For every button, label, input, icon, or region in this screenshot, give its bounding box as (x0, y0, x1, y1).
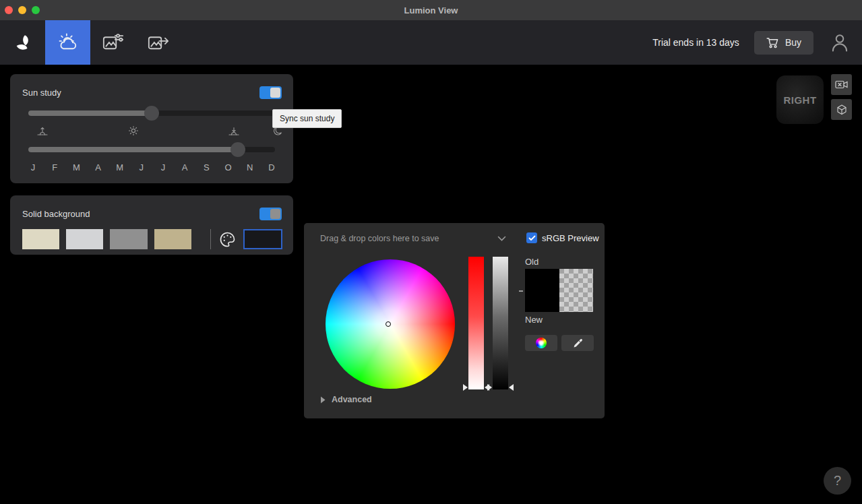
month-label: F (50, 162, 59, 172)
zoom-button[interactable] (32, 6, 40, 14)
view-cube-face-label: RIGHT (783, 94, 816, 106)
color-wheel-mode-button[interactable] (525, 335, 557, 351)
close-button[interactable] (5, 6, 13, 14)
tab-image-export[interactable] (135, 20, 181, 65)
month-label: D (267, 162, 276, 172)
value-bar[interactable] (493, 257, 508, 389)
sunset-icon (228, 125, 240, 137)
trial-text: Trial ends in 13 days (652, 37, 739, 48)
month-labels: J F M A M J J A S O N D (28, 162, 276, 172)
saturation-marker-left[interactable] (463, 384, 468, 391)
old-new-divider-mark (519, 290, 523, 292)
solid-background-title: Solid background (22, 209, 90, 219)
lumion-logo-button[interactable] (0, 20, 45, 65)
swatch-divider (210, 229, 211, 249)
saved-colors-label: Drag & drop colors here to save (320, 234, 439, 243)
advanced-label: Advanced (332, 395, 372, 404)
old-color-swatch (525, 269, 559, 312)
help-button[interactable]: ? (824, 467, 851, 495)
preset-swatch-2[interactable] (66, 229, 103, 249)
viewport-canvas: Sun study (0, 65, 862, 504)
color-picker-panel: Drag & drop colors here to save sRGB Pre… (304, 223, 605, 418)
color-wheel[interactable] (326, 259, 455, 389)
toolbar-right: Trial ends in 13 days Buy (652, 20, 862, 65)
old-label: Old (525, 257, 538, 267)
solid-background-toggle[interactable] (259, 208, 282, 220)
month-label: M (71, 162, 81, 172)
buy-label: Buy (785, 37, 801, 48)
srgb-preview-label: sRGB Preview (542, 233, 599, 243)
user-icon (830, 32, 849, 53)
cube-icon (836, 104, 848, 116)
palette-icon (219, 231, 236, 248)
month-slider[interactable] (28, 142, 275, 157)
value-marker-left[interactable] (487, 384, 492, 391)
window-title: Lumion View (404, 5, 458, 15)
sun-icon (128, 125, 139, 136)
eyedropper-icon (572, 338, 584, 349)
preset-swatch-1[interactable] (22, 229, 59, 249)
titlebar: Lumion View (0, 0, 862, 20)
time-of-day-slider[interactable] (28, 106, 275, 121)
month-label: A (94, 162, 103, 172)
color-wheel-cursor (386, 321, 391, 327)
old-new-swatch (525, 269, 593, 312)
time-slider-fill (28, 111, 152, 116)
color-wheel-icon (536, 338, 547, 348)
sun-cloud-icon (57, 32, 80, 53)
month-slider-knob[interactable] (230, 142, 245, 157)
sun-study-panel: Sun study (10, 74, 293, 183)
cart-icon (766, 37, 779, 49)
sun-study-title: Sun study (22, 88, 61, 98)
solid-background-toggle-knob (270, 209, 280, 219)
month-label: J (28, 162, 38, 172)
sun-study-toggle[interactable] (259, 86, 282, 99)
month-slider-fill (28, 147, 238, 152)
chevron-down-icon[interactable] (497, 236, 506, 241)
main-toolbar: Trial ends in 13 days Buy (0, 20, 862, 65)
month-label: S (202, 162, 211, 172)
month-label: M (115, 162, 125, 172)
month-label: O (224, 162, 233, 172)
month-label: J (137, 162, 146, 172)
sync-sun-study-tooltip: Sync sun study (272, 109, 342, 128)
sun-study-header: Sun study (10, 74, 293, 99)
tab-photo-adjust[interactable] (90, 20, 135, 65)
preset-swatch-3[interactable] (110, 229, 147, 249)
checkbox-checked-icon[interactable] (526, 232, 537, 243)
new-label: New (525, 315, 543, 325)
time-marks-row (28, 125, 275, 139)
minimize-button[interactable] (18, 6, 26, 14)
new-color-swatch (559, 269, 594, 312)
solid-background-panel: Solid background (10, 195, 293, 255)
tab-weather[interactable] (45, 20, 90, 65)
account-button[interactable] (828, 32, 851, 53)
traffic-lights (5, 0, 40, 20)
current-color-box[interactable] (243, 229, 282, 249)
month-label: A (180, 162, 189, 172)
value-marker-right[interactable] (509, 384, 514, 391)
camera-toggle-button[interactable] (831, 74, 852, 95)
image-arrow-icon (147, 32, 170, 53)
month-label: J (158, 162, 168, 172)
view-cube-gizmo[interactable]: RIGHT (776, 75, 824, 124)
preset-swatch-4[interactable] (154, 229, 191, 249)
time-slider-knob[interactable] (144, 106, 159, 121)
month-label: N (245, 162, 255, 172)
saturation-bar[interactable] (468, 257, 484, 389)
triangle-right-icon (320, 396, 326, 404)
swatch-row (10, 229, 293, 249)
image-sliders-icon (102, 32, 125, 53)
srgb-preview-checkbox[interactable]: sRGB Preview (526, 232, 599, 243)
advanced-toggle[interactable]: Advanced (320, 395, 372, 404)
solid-background-header: Solid background (10, 195, 293, 220)
palette-button[interactable] (219, 231, 237, 248)
question-mark-icon: ? (834, 473, 841, 488)
lumion-logo-icon (14, 34, 32, 51)
video-camera-x-icon (835, 80, 848, 90)
sun-study-toggle-knob (270, 88, 280, 98)
perspective-cube-button[interactable] (831, 99, 852, 120)
eyedropper-button[interactable] (561, 335, 594, 351)
sunrise-icon (36, 125, 49, 137)
buy-button[interactable]: Buy (754, 31, 813, 55)
